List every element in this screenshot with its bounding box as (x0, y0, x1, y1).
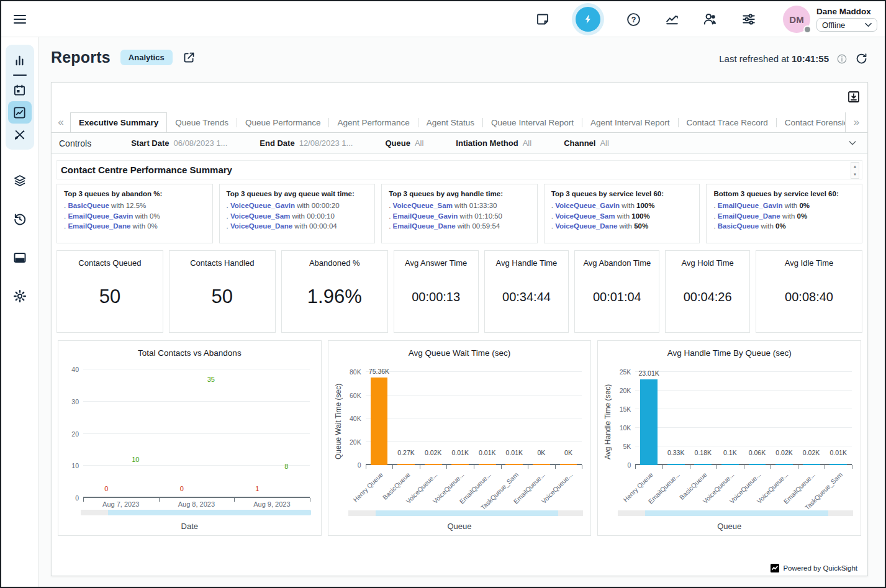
queue-link[interactable]: VoiceQueue_Gavin (230, 202, 295, 209)
chart-horizontal-scrollbar[interactable] (81, 510, 311, 515)
filter-intiation-method[interactable]: Intiation MethodAll (456, 138, 531, 148)
y-tick-label: 10K (620, 424, 631, 432)
avatar-initials: DM (789, 14, 803, 25)
chart-horizontal-scrollbar[interactable] (348, 510, 584, 516)
queue-link[interactable]: VoiceQueue_Sam (393, 202, 453, 209)
bar[interactable] (371, 378, 388, 465)
external-link-icon[interactable] (183, 51, 196, 64)
tab-agent-status[interactable]: Agent Status (418, 112, 482, 132)
bar-slot: 23.01K (635, 372, 662, 465)
bar-slot: 0.1K (716, 372, 744, 465)
bar-slot: 75.36K (366, 372, 393, 465)
download-icon[interactable] (846, 89, 861, 104)
agents-icon[interactable] (702, 11, 718, 27)
metrics-icon[interactable] (664, 11, 680, 27)
bar[interactable] (479, 464, 496, 465)
queue-link[interactable]: EmailQueue_Gavin (393, 212, 458, 220)
tab-agent-performance[interactable]: Agent Performance (329, 112, 417, 132)
insight-card: Bottom 3 queues by service level 60:. Em… (706, 184, 862, 243)
queue-link[interactable]: EmailQueue_Gavin (68, 212, 133, 220)
sidebar-item-customize[interactable] (8, 124, 32, 146)
bar-value-label: 0.01K (506, 449, 523, 456)
controls-collapse-chevron-icon[interactable] (848, 138, 857, 148)
status-value: Offline (822, 20, 845, 30)
bar[interactable] (533, 464, 550, 465)
refresh-icon[interactable] (855, 52, 868, 65)
bar-slot: 10 (121, 369, 150, 498)
sidebar-item-dashboard[interactable] (8, 49, 32, 71)
x-tick-label: Aug 7, 2023 (83, 500, 159, 508)
status-select[interactable]: Offline (816, 18, 877, 32)
filter-queue[interactable]: QueueAll (385, 138, 423, 148)
bar[interactable] (775, 464, 793, 465)
queue-link[interactable]: VoiceQueue_Dane (230, 222, 292, 230)
sidebar-item-history[interactable] (8, 208, 32, 230)
queue-link[interactable]: BasicQueue (718, 222, 759, 230)
filter-end-date[interactable]: End Date12/08/2023 1... (260, 138, 353, 148)
avatar[interactable]: DM (783, 6, 810, 33)
filter-start-date[interactable]: Start Date06/08/2023 1... (131, 138, 227, 148)
filter-channel[interactable]: ChannelAll (564, 138, 609, 148)
chart-horizontal-scrollbar[interactable] (618, 510, 853, 516)
quick-actions-button[interactable] (576, 7, 600, 32)
tab-queue-performance[interactable]: Queue Performance (237, 112, 329, 132)
insight-item: . EmailQueue_Gavin with 0% (713, 201, 855, 211)
tabs-scroll-right-icon[interactable]: » (845, 112, 867, 132)
help-icon[interactable]: ? (625, 11, 641, 27)
bar[interactable] (667, 464, 685, 465)
bar[interactable] (451, 464, 469, 465)
bar[interactable] (694, 464, 712, 465)
scroll-up-icon[interactable]: ▲ (851, 163, 859, 171)
bar[interactable] (829, 464, 847, 465)
info-icon[interactable] (836, 53, 848, 65)
sidebar-item-settings[interactable] (8, 285, 32, 307)
bar[interactable] (505, 464, 523, 465)
queue-link[interactable]: VoiceQueue_Sam (555, 212, 615, 220)
tab-executive-summary[interactable]: Executive Summary (70, 112, 167, 132)
tab-queue-interval-report[interactable]: Queue Interval Report (483, 112, 582, 132)
tab-queue-trends[interactable]: Queue Trends (167, 112, 237, 132)
sidebar-item-layers[interactable] (8, 170, 32, 192)
bar[interactable] (425, 464, 442, 465)
queue-link[interactable]: EmailQueue_Gavin (718, 202, 783, 209)
bar[interactable] (749, 464, 766, 465)
queue-link[interactable]: EmailQueue_Dane (393, 222, 456, 230)
notes-icon[interactable] (535, 11, 551, 27)
queue-link[interactable]: BasicQueue (68, 202, 109, 209)
x-axis-tick (310, 498, 310, 502)
queue-link[interactable]: VoiceQueue_Sam (230, 212, 290, 220)
bar-value-label: 0.01K (479, 449, 495, 456)
filter-label: Queue (385, 138, 410, 148)
connector: with (617, 222, 634, 230)
tabs-scroll-left-icon[interactable]: « (52, 112, 70, 132)
bar-slot: 0.33K (662, 372, 690, 465)
lightning-icon (582, 13, 594, 25)
bar[interactable] (640, 379, 658, 465)
bar-slot: 0K (528, 372, 555, 465)
sidebar-item-window[interactable] (8, 247, 32, 269)
insight-title: Top 3 queues by service level 60: (551, 190, 693, 197)
settings-sliders-icon[interactable] (741, 11, 757, 27)
queue-link[interactable]: VoiceQueue_Gavin (555, 202, 620, 209)
connector: with (458, 212, 474, 220)
queue-link[interactable]: EmailQueue_Dane (718, 212, 780, 220)
tab-agent-interval-report[interactable]: Agent Interval Report (582, 112, 678, 132)
sidebar-item-schedule[interactable] (8, 79, 32, 101)
queue-link[interactable]: VoiceQueue_Dane (555, 222, 617, 230)
queue-link[interactable]: EmailQueue_Dane (68, 222, 130, 230)
bar-slot: 0.02K (798, 372, 825, 465)
bar[interactable] (721, 464, 739, 465)
bar[interactable] (397, 464, 415, 465)
y-tick-label: 30 (71, 398, 79, 405)
scroll-down-icon[interactable]: ▼ (851, 171, 859, 179)
bar[interactable] (560, 464, 577, 465)
bar[interactable] (803, 464, 820, 465)
insight-value: 01:10:50 (474, 212, 502, 220)
tab-contact-forensics[interactable]: Contact Forensics (777, 112, 845, 132)
sheet-scrollbar[interactable]: ▲ ▼ (851, 162, 859, 179)
sidebar-item-reports[interactable] (8, 101, 32, 124)
connector: with (759, 222, 775, 230)
menu-icon[interactable] (12, 12, 28, 27)
tab-contact-trace-record[interactable]: Contact Trace Record (679, 112, 776, 132)
x-axis-tick (716, 465, 717, 469)
